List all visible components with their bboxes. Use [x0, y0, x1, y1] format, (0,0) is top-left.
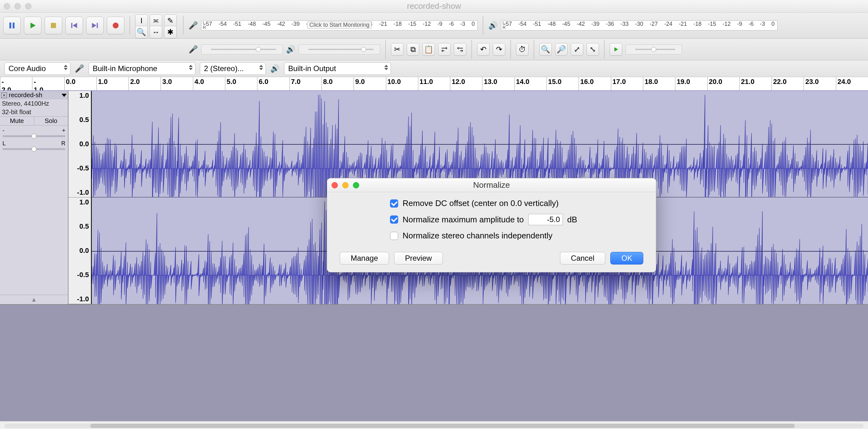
- separator-icon: [604, 40, 604, 59]
- playback-meter[interactable]: LR -57-54-51-48-45-42-39-36-33-30-27-24-…: [501, 21, 777, 30]
- play-button[interactable]: [24, 17, 41, 34]
- svg-marker-5: [72, 23, 77, 28]
- solo-button[interactable]: Solo: [34, 117, 68, 125]
- amp-label: -1.0: [68, 295, 89, 303]
- draw-tool-button[interactable]: ✎: [164, 15, 177, 27]
- recording-meter-hint[interactable]: Click to Start Monitoring: [307, 21, 371, 29]
- play-region-button[interactable]: [610, 43, 622, 56]
- input-channels-value: 2 (Stereo)...: [204, 64, 244, 73]
- scrollbar-thumb[interactable]: [90, 424, 795, 428]
- track-name[interactable]: recorded-sh: [9, 91, 60, 99]
- fit-selection-button[interactable]: ⤢: [571, 43, 583, 56]
- normalize-amplitude-input[interactable]: [528, 214, 563, 225]
- undo-icon: ↶: [480, 45, 487, 54]
- track-format-line: 32-bit float: [0, 108, 68, 116]
- stereo-independent-label: Normalize stereo channels independently: [403, 231, 553, 240]
- manage-button[interactable]: Manage: [340, 252, 389, 264]
- fit-project-button[interactable]: ⤡: [586, 43, 599, 56]
- undo-button[interactable]: ↶: [477, 43, 490, 56]
- track-close-button[interactable]: ×: [1, 92, 7, 98]
- amp-label: 0.5: [68, 222, 89, 231]
- mic-icon: 🎤: [189, 21, 198, 30]
- input-device-value: Built-in Microphone: [93, 64, 157, 73]
- trim-button[interactable]: ⥂: [438, 43, 451, 56]
- minimize-window-icon[interactable]: [14, 3, 21, 9]
- star-icon: ✱: [167, 28, 174, 36]
- gain-slider[interactable]: [2, 135, 65, 137]
- output-device-select[interactable]: Built-in Output: [284, 62, 391, 75]
- svg-point-8: [113, 23, 119, 29]
- silence-button[interactable]: ⥃: [454, 43, 466, 56]
- multi-tool-button[interactable]: ✱: [164, 26, 177, 38]
- gain-minus-label: -: [2, 127, 4, 134]
- dialog-zoom-icon[interactable]: [353, 182, 359, 189]
- stop-button[interactable]: [44, 17, 62, 34]
- record-button[interactable]: [107, 17, 124, 34]
- stereo-independent-checkbox[interactable]: [390, 232, 398, 240]
- envelope-tool-button[interactable]: ≍: [150, 15, 162, 27]
- skip-end-button[interactable]: [86, 17, 104, 34]
- copy-button[interactable]: ⧉: [407, 43, 419, 56]
- separator-icon: [183, 16, 184, 35]
- horizontal-scrollbar[interactable]: [0, 421, 868, 429]
- mic-icon: 🎤: [75, 64, 84, 73]
- redo-button[interactable]: ↷: [493, 43, 505, 56]
- input-channels-select[interactable]: 2 (Stereo)...: [200, 62, 266, 75]
- window-titlebar: recorded-show: [0, 0, 868, 12]
- ok-button[interactable]: OK: [610, 252, 643, 264]
- input-volume-slider[interactable]: [201, 44, 283, 54]
- track-format-line: Stereo, 44100Hz: [0, 99, 68, 108]
- dialog-close-icon[interactable]: [332, 182, 338, 189]
- dc-offset-checkbox[interactable]: [390, 199, 398, 207]
- zoom-out-button[interactable]: 🔎: [555, 43, 567, 56]
- dc-offset-label: Remove DC offset (center on 0.0 vertical…: [403, 198, 559, 208]
- clock-icon: ⏱: [519, 45, 526, 54]
- cut-button[interactable]: ✂: [391, 43, 404, 56]
- timeshift-tool-button[interactable]: ↔: [150, 26, 162, 38]
- normalize-amplitude-label: Normalize maximum amplitude to: [403, 215, 524, 225]
- paste-button[interactable]: 📋: [422, 43, 435, 56]
- amp-label: 1.0: [68, 91, 89, 100]
- cancel-button[interactable]: Cancel: [560, 252, 606, 264]
- window-title: recorded-show: [407, 1, 461, 11]
- zoom-tool-button[interactable]: 🔍: [135, 26, 148, 38]
- dialog-minimize-icon[interactable]: [342, 182, 348, 189]
- pencil-icon: ✎: [167, 16, 174, 25]
- ibeam-icon: I: [141, 16, 143, 25]
- amp-label: 0.0: [68, 140, 89, 148]
- dialog-body: Remove DC offset (center on 0.0 vertical…: [327, 192, 656, 250]
- zoom-in-button[interactable]: 🔍: [539, 43, 552, 56]
- pan-slider[interactable]: [2, 148, 65, 150]
- amp-label: -0.5: [68, 271, 89, 279]
- empty-tracks-space[interactable]: [0, 305, 868, 421]
- preview-button[interactable]: Preview: [394, 252, 443, 264]
- speaker-icon: 🔊: [488, 21, 498, 30]
- svg-rect-7: [97, 23, 98, 28]
- mute-button[interactable]: Mute: [0, 117, 34, 125]
- zoom-window-icon[interactable]: [25, 3, 31, 9]
- separator-icon: [471, 40, 472, 59]
- dialog-titlebar[interactable]: Normalize: [327, 178, 656, 192]
- close-window-icon[interactable]: [4, 3, 10, 9]
- recording-meter[interactable]: LR -57-54-51-48-45-42-39-36-33-30-27-24-…: [201, 21, 478, 30]
- sync-lock-button[interactable]: ⏱: [516, 43, 529, 56]
- pause-button[interactable]: [3, 17, 21, 34]
- fit-selection-icon: ⤢: [574, 45, 580, 54]
- trim-icon: ⥂: [441, 45, 447, 54]
- selection-tool-button[interactable]: I: [135, 15, 148, 27]
- normalize-amplitude-checkbox[interactable]: [390, 216, 398, 224]
- track-header[interactable]: × recorded-sh: [0, 91, 68, 99]
- output-volume-slider[interactable]: [299, 44, 380, 54]
- skip-start-button[interactable]: [65, 17, 83, 34]
- playback-speed-slider[interactable]: [625, 44, 682, 54]
- svg-marker-9: [614, 47, 618, 51]
- audio-host-select[interactable]: Core Audio: [4, 62, 70, 75]
- amp-label: 1.0: [68, 198, 89, 206]
- track-menu-dropdown-icon[interactable]: [62, 94, 67, 97]
- timeline-ruler[interactable]: - 2.0- 1.00.01.02.03.04.05.06.07.08.09.0…: [0, 77, 868, 91]
- dialog-button-row: Manage Preview Cancel OK: [327, 250, 656, 272]
- amplitude-scale: 1.0 0.5 0.0 -0.5 -1.0 1.0 0.5 0.0 -0.5 -…: [68, 91, 91, 304]
- track-collapse-button[interactable]: ▲: [0, 295, 68, 304]
- separator-icon: [129, 16, 130, 35]
- input-device-select[interactable]: Built-in Microphone: [89, 62, 195, 75]
